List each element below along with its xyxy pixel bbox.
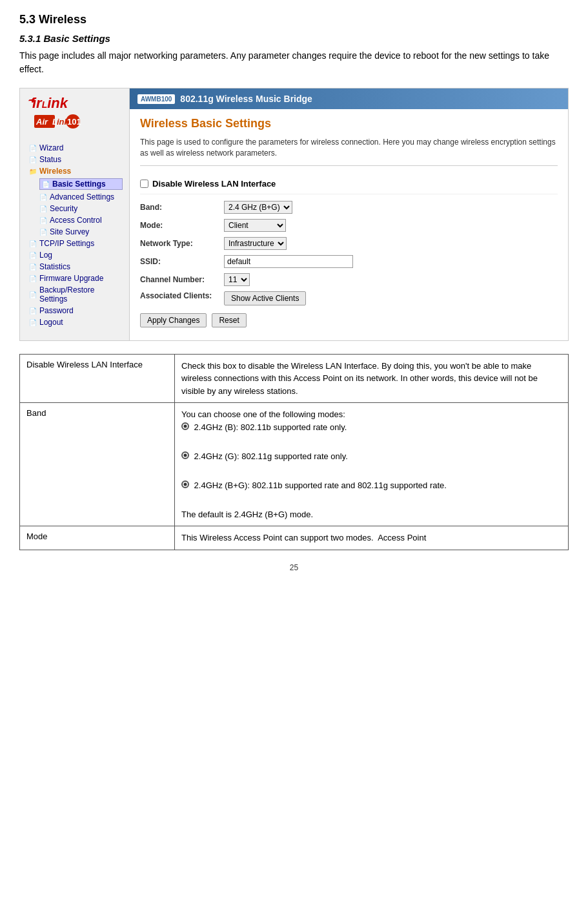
- sidebar-item-tcpip[interactable]: 📄TCP/IP Settings: [26, 238, 123, 249]
- sidebar-item-status[interactable]: 📄Status: [26, 154, 123, 165]
- radio-dot-bg: [181, 480, 189, 488]
- ssid-label: SSID:: [140, 257, 224, 266]
- channel-label: Channel Number:: [140, 275, 224, 284]
- main-panel: AWMB100 802.11g Wireless Music Bridge Wi…: [130, 88, 568, 340]
- radio-dot-b: [181, 422, 189, 430]
- apply-changes-button[interactable]: Apply Changes: [140, 313, 207, 327]
- sidebar-item-firmware[interactable]: 📄Firmware Upgrade: [26, 273, 123, 284]
- table-cell-term-band: Band: [20, 403, 175, 526]
- nav-label-basic-settings: Basic Settings: [52, 180, 106, 189]
- sidebar-item-wizard[interactable]: 📄Wizard: [26, 142, 123, 154]
- sidebar-logo: 𝀀irLink Air L ink 101: [26, 95, 123, 134]
- reset-button[interactable]: Reset: [212, 313, 246, 327]
- nav-label-access-control: Access Control: [50, 216, 102, 225]
- nav-label-security: Security: [50, 204, 77, 213]
- settings-description: This page is used to configure the param…: [140, 137, 558, 166]
- model-badge: AWMB100: [137, 94, 175, 104]
- table-cell-def-mode: This Wireless Access Point can support t…: [175, 526, 569, 550]
- network-type-select[interactable]: Infrastructure Ad-hoc: [224, 237, 287, 250]
- band-row: Band: 2.4 GHz (B+G) 2.4 GHz (B) 2.4 GHz …: [140, 201, 558, 214]
- sidebar-item-site-survey[interactable]: 📄Site Survey: [26, 226, 123, 238]
- radio-dot-g: [181, 451, 189, 459]
- nav-label-password: Password: [39, 306, 74, 315]
- nav-label-advanced-settings: Advanced Settings: [50, 192, 114, 201]
- table-row-band: Band You can choose one of the following…: [20, 403, 569, 526]
- doc-icon-firmware: 📄: [29, 275, 37, 282]
- sidebar-item-log[interactable]: 📄Log: [26, 249, 123, 261]
- sidebar-navigation: 📄Wizard 📄Status 📁Wireless 📄Basic Setting…: [26, 142, 123, 328]
- sidebar: 𝀀irLink Air L ink 101 📄Wizard �: [20, 88, 130, 340]
- table-row-disable: Disable Wireless LAN Interface Check thi…: [20, 354, 569, 403]
- doc-icon-log: 📄: [29, 252, 37, 259]
- doc-icon-basic: 📄: [42, 181, 50, 188]
- associated-clients-label: Associated Clients:: [140, 291, 224, 300]
- associated-clients-row: Associated Clients: Show Active Clients: [140, 291, 558, 305]
- form-buttons: Apply Changes Reset: [140, 313, 558, 327]
- settings-content: Wireless Basic Settings This page is use…: [130, 109, 568, 340]
- disable-wireless-row: Disable Wireless LAN Interface: [140, 179, 558, 194]
- disable-wireless-checkbox[interactable]: [140, 180, 148, 188]
- mode-row: Mode: Client Access Point: [140, 219, 558, 232]
- airlink-logo-svg: Air L ink 101: [34, 112, 86, 131]
- logo-101: Air L ink 101: [26, 112, 123, 134]
- disable-wireless-label: Disable Wireless LAN Interface: [152, 179, 276, 189]
- table-cell-def-disable: Check this box to disable the Wireless L…: [175, 354, 569, 403]
- doc-icon-status: 📄: [29, 156, 37, 163]
- channel-select[interactable]: 11 1 6: [224, 273, 250, 286]
- nav-label-backup: Backup/Restore Settings: [39, 285, 123, 304]
- table-cell-def-band: You can choose one of the following mode…: [175, 403, 569, 526]
- doc-icon-logout: 📄: [29, 319, 37, 326]
- band-label: Band:: [140, 203, 224, 212]
- svg-text:Air: Air: [35, 117, 48, 127]
- device-ui: 𝀀irLink Air L ink 101 📄Wizard �: [19, 88, 569, 341]
- sidebar-item-security[interactable]: 📄Security: [26, 203, 123, 214]
- band-select[interactable]: 2.4 GHz (B+G) 2.4 GHz (B) 2.4 GHz (G): [224, 201, 292, 214]
- nav-label-site-survey: Site Survey: [50, 227, 89, 236]
- ssid-input[interactable]: [224, 255, 353, 268]
- doc-icon: 📄: [29, 145, 37, 152]
- doc-icon-survey: 📄: [39, 229, 47, 236]
- table-cell-term-disable: Disable Wireless LAN Interface: [20, 354, 175, 403]
- sidebar-item-basic-settings[interactable]: 📄Basic Settings: [26, 177, 123, 191]
- channel-row: Channel Number: 11 1 6: [140, 273, 558, 286]
- nav-label-wizard: Wizard: [39, 143, 63, 152]
- wireless-form: Disable Wireless LAN Interface Band: 2.4…: [140, 174, 558, 333]
- doc-icon-stats: 📄: [29, 263, 37, 271]
- folder-icon-wireless: 📁: [29, 168, 37, 175]
- nav-label-logout: Logout: [39, 318, 63, 327]
- nav-label-statistics: Statistics: [39, 262, 70, 271]
- ssid-row: SSID:: [140, 255, 558, 268]
- sidebar-item-access-control[interactable]: 📄Access Control: [26, 214, 123, 226]
- description-table: Disable Wireless LAN Interface Check thi…: [19, 354, 569, 550]
- sidebar-item-statistics[interactable]: 📄Statistics: [26, 261, 123, 273]
- network-type-label: Network Type:: [140, 239, 224, 248]
- network-type-row: Network Type: Infrastructure Ad-hoc: [140, 237, 558, 250]
- nav-label-firmware: Firmware Upgrade: [39, 274, 103, 283]
- doc-icon-backup: 📄: [29, 291, 37, 298]
- doc-icon-security: 📄: [39, 205, 47, 212]
- nav-label-status: Status: [39, 155, 61, 164]
- doc-icon-password: 📄: [29, 307, 37, 315]
- doc-icon-advanced: 📄: [39, 194, 47, 201]
- mode-select[interactable]: Client Access Point: [224, 219, 286, 232]
- page-number: 25: [290, 563, 298, 572]
- sidebar-item-backup[interactable]: 📄Backup/Restore Settings: [26, 284, 123, 305]
- intro-text: This page includes all major networking …: [19, 49, 569, 76]
- sidebar-item-advanced-settings[interactable]: 📄Advanced Settings: [26, 191, 123, 203]
- doc-icon-tcpip: 📄: [29, 240, 37, 247]
- sidebar-item-password[interactable]: 📄Password: [26, 305, 123, 316]
- nav-label-wireless: Wireless: [39, 167, 71, 176]
- nav-label-log: Log: [39, 251, 52, 260]
- sidebar-item-wireless[interactable]: 📁Wireless: [26, 165, 123, 177]
- page-footer: 25: [19, 563, 569, 572]
- table-cell-term-mode: Mode: [20, 526, 175, 550]
- device-header-title: 802.11g Wireless Music Bridge: [180, 94, 312, 104]
- mode-label: Mode:: [140, 221, 224, 230]
- logo-airlink: 𝀀irLink: [26, 95, 68, 112]
- table-row-mode: Mode This Wireless Access Point can supp…: [20, 526, 569, 550]
- sidebar-item-logout[interactable]: 📄Logout: [26, 316, 123, 328]
- show-active-clients-button[interactable]: Show Active Clients: [224, 291, 306, 305]
- doc-icon-access: 📄: [39, 217, 47, 224]
- section-title: 5.3 Wireless: [19, 13, 569, 26]
- subsection-title: 5.3.1 Basic Settings: [19, 33, 569, 44]
